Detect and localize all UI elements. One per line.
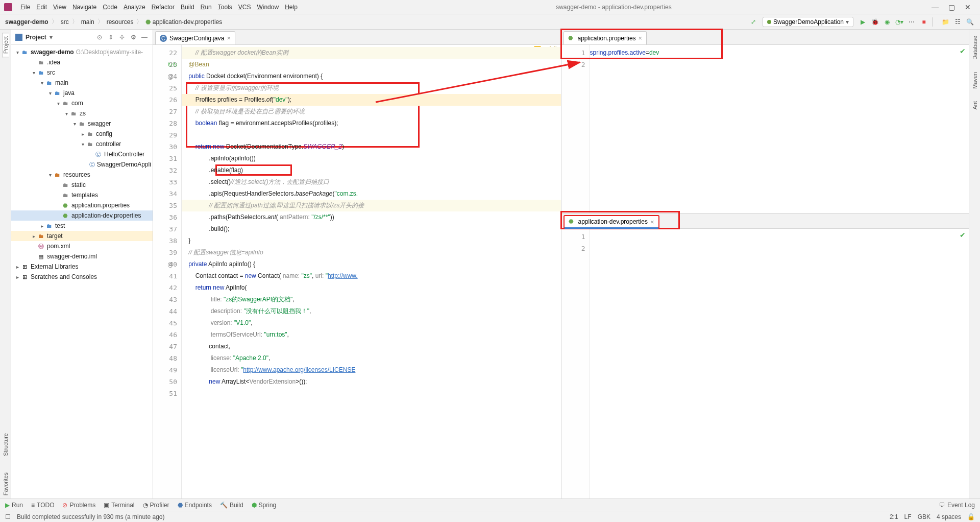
- spring-tool-tab[interactable]: ⬢Spring: [252, 502, 277, 509]
- code-line[interactable]: [182, 388, 561, 399]
- menu-vcs[interactable]: VCS: [235, 4, 254, 11]
- todo-tool-tab[interactable]: ≡TODO: [31, 502, 54, 509]
- tree-node[interactable]: 🖿static: [11, 180, 153, 190]
- code-line[interactable]: .apis(RequestHandlerSelectors.basePackag…: [182, 188, 561, 200]
- attach-button[interactable]: ⋯: [906, 17, 917, 27]
- expand-all-icon[interactable]: ⇕: [107, 34, 115, 41]
- code-line[interactable]: .apiInfo(apiInfo()): [182, 153, 561, 164]
- profile-button[interactable]: ◔▾: [894, 17, 904, 27]
- code-line[interactable]: contact,: [182, 341, 561, 352]
- project-view-dropdown[interactable]: ▾: [50, 34, 53, 41]
- breadcrumb-item[interactable]: main: [80, 18, 95, 26]
- build-tool-tab[interactable]: 🔨Build: [220, 502, 243, 509]
- code-line[interactable]: new ArrayList<VendorExtension>());: [182, 376, 561, 388]
- menu-run[interactable]: Run: [198, 4, 215, 11]
- tree-node[interactable]: ▾🖿controller: [11, 139, 153, 149]
- code-line[interactable]: // 设置要显示的swagger的环境: [182, 82, 561, 94]
- menu-file[interactable]: File: [17, 4, 33, 11]
- code-line[interactable]: [590, 59, 969, 70]
- tree-node[interactable]: 🖿templates: [11, 190, 153, 200]
- menu-build[interactable]: Build: [178, 4, 198, 11]
- tree-node[interactable]: Ⓜpom.xml: [11, 241, 153, 251]
- tree-node[interactable]: ▾🖿swagger: [11, 118, 153, 129]
- terminal-tool-tab[interactable]: ▣Terminal: [104, 502, 134, 509]
- code-line[interactable]: Contact contact = new Contact( name: "zs…: [182, 270, 561, 282]
- breadcrumb-item[interactable]: ⬣ application-dev.properties: [144, 18, 223, 26]
- code-editor[interactable]: 12 spring.profiles.active=dev ✔: [561, 45, 969, 213]
- tree-node[interactable]: ⬣application.properties: [11, 200, 153, 210]
- settings-icon[interactable]: ⚙: [129, 34, 137, 41]
- tree-node[interactable]: ⬣application-dev.properties: [11, 210, 153, 221]
- menu-analyze[interactable]: Analyze: [120, 4, 149, 11]
- tree-node[interactable]: ▸⊞Scratches and Consoles: [11, 272, 153, 282]
- code-line[interactable]: return new ApiInfo(: [182, 282, 561, 294]
- code-text[interactable]: [590, 229, 969, 499]
- caret-position[interactable]: 2:1: [890, 513, 898, 520]
- code-line[interactable]: .paths(PathSelectors.ant( antPattern: "/…: [182, 211, 561, 223]
- project-tree[interactable]: ▾🖿swagger-demoG:\Desktop\java\my-site- 🖿…: [11, 45, 153, 499]
- breadcrumb-item[interactable]: resources: [106, 18, 135, 26]
- close-tab-icon[interactable]: ×: [639, 34, 643, 42]
- menu-navigate[interactable]: Navigate: [69, 4, 100, 11]
- menu-window[interactable]: Window: [254, 4, 282, 11]
- code-line[interactable]: description: "没有什么可以阻挡我！",: [182, 305, 561, 317]
- menu-edit[interactable]: Edit: [33, 4, 50, 11]
- close-tab-icon[interactable]: ×: [227, 34, 231, 42]
- favorites-tool-tab[interactable]: Favorites: [3, 469, 9, 499]
- maven-tool-tab[interactable]: Maven: [972, 69, 978, 92]
- vcs-icon[interactable]: 📁: [940, 17, 950, 27]
- code-line[interactable]: // 配置swagger信息=apiInfo: [182, 247, 561, 258]
- tree-node[interactable]: ▸🖿target: [11, 231, 153, 241]
- code-line[interactable]: return new Docket(DocumentationType.SWAG…: [182, 141, 561, 153]
- hide-icon[interactable]: ―: [140, 34, 149, 41]
- code-line[interactable]: // 配置如何通过path过滤,即这里只扫描请求以/zs开头的接: [182, 200, 561, 211]
- stop-button[interactable]: ■: [919, 17, 929, 27]
- code-line[interactable]: .build();: [182, 223, 561, 235]
- close-tab-icon[interactable]: ×: [650, 218, 654, 226]
- code-text[interactable]: spring.profiles.active=dev: [590, 45, 969, 213]
- search-everywhere-icon[interactable]: 🔍: [965, 17, 975, 27]
- code-line[interactable]: // 配置swagger docket的Bean实例: [182, 47, 561, 59]
- menu-code[interactable]: Code: [100, 4, 120, 11]
- tree-node[interactable]: ▾🖿java: [11, 88, 153, 98]
- tree-node[interactable]: ▾🖿resources: [11, 170, 153, 180]
- indent-info[interactable]: 4 spaces: [937, 513, 961, 520]
- code-line[interactable]: public Docket docket(Environment environ…: [182, 70, 561, 82]
- code-line[interactable]: title: "zs的SwaggerAPI的文档",: [182, 294, 561, 305]
- code-line[interactable]: Profiles profiles = Profiles.of("dev");: [182, 94, 561, 106]
- code-line[interactable]: // 获取项目环境是否处在自己需要的环境: [182, 106, 561, 117]
- menu-view[interactable]: View: [50, 4, 69, 11]
- tree-node[interactable]: ▸⊞External Libraries: [11, 262, 153, 272]
- build-icon[interactable]: ⤢: [748, 17, 758, 27]
- tree-node[interactable]: ⒸHelloController: [11, 149, 153, 159]
- file-encoding[interactable]: GBK: [918, 513, 930, 520]
- database-tool-tab[interactable]: Database: [972, 33, 978, 63]
- minimize-button[interactable]: ―: [927, 3, 943, 11]
- menu-help[interactable]: Help: [282, 4, 301, 11]
- code-line[interactable]: [590, 231, 969, 243]
- tree-node[interactable]: ▾🖿main: [11, 78, 153, 88]
- tree-node[interactable]: ▾🖿zs: [11, 108, 153, 118]
- tree-node[interactable]: 🖿.idea: [11, 57, 153, 67]
- code-line[interactable]: license: "Apache 2.0",: [182, 352, 561, 364]
- breadcrumb-item[interactable]: swagger-demo: [4, 18, 50, 26]
- code-line[interactable]: }: [182, 235, 561, 247]
- run-config-dropdown[interactable]: SwaggerDemoApplication ▾: [763, 17, 853, 27]
- read-lock-icon[interactable]: 🔓: [967, 513, 975, 520]
- line-separator[interactable]: LF: [904, 513, 912, 520]
- tree-node[interactable]: ⒸSwaggerDemoAppli: [11, 159, 153, 170]
- breadcrumb-item[interactable]: src: [60, 18, 70, 26]
- tree-node[interactable]: ▸🖿config: [11, 129, 153, 139]
- code-line[interactable]: [182, 129, 561, 141]
- code-line[interactable]: licenseUrl: "http://www.apache.org/licen…: [182, 364, 561, 376]
- editor-tab-swaggerconfig[interactable]: C SwaggerConfig.java ×: [155, 31, 235, 44]
- tree-node[interactable]: ▸🖿test: [11, 221, 153, 231]
- select-opened-icon[interactable]: ⊙: [95, 34, 104, 41]
- tree-node[interactable]: ▤swagger-demo.iml: [11, 251, 153, 262]
- code-line[interactable]: boolean flag = environment.acceptsProfil…: [182, 117, 561, 129]
- code-editor[interactable]: 12 ✔: [561, 229, 969, 499]
- profiler-tool-tab[interactable]: ◔Profiler: [143, 502, 169, 509]
- run-button[interactable]: ▶: [857, 17, 868, 27]
- menu-tools[interactable]: Tools: [215, 4, 235, 11]
- tree-node[interactable]: ▾🖿com: [11, 98, 153, 108]
